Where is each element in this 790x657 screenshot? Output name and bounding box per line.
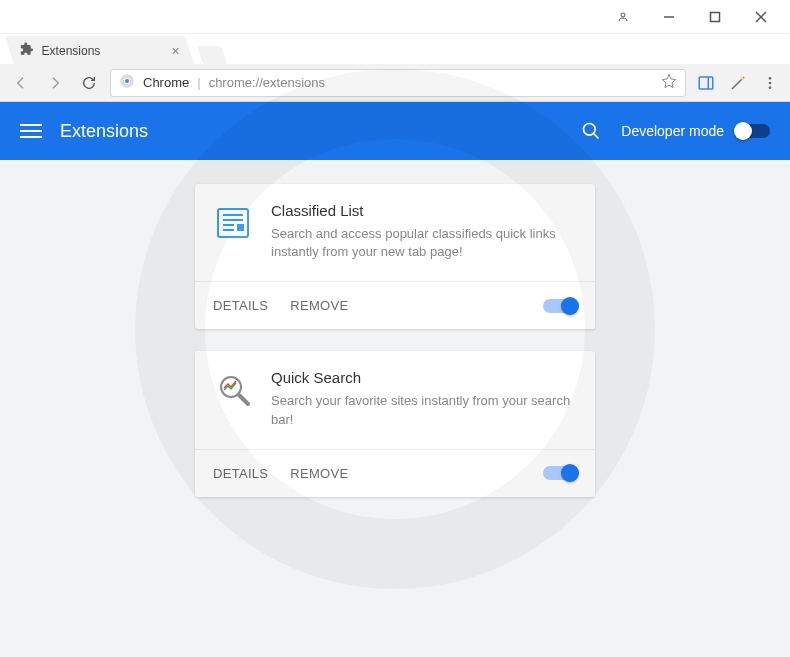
svg-rect-2: [711, 12, 720, 21]
details-button[interactable]: DETAILS: [213, 298, 268, 313]
tab-title: Extensions: [41, 43, 100, 57]
bookmark-star-icon[interactable]: [661, 73, 677, 92]
extensions-header: Extensions Developer mode: [0, 102, 790, 160]
close-button[interactable]: [738, 2, 784, 32]
svg-line-15: [594, 134, 599, 139]
forward-button[interactable]: [42, 70, 68, 96]
browser-toolbar: Chrome | chrome://extensions: [0, 64, 790, 102]
svg-rect-21: [237, 224, 244, 231]
svg-point-11: [769, 77, 772, 80]
search-icon[interactable]: [581, 121, 601, 141]
svg-point-12: [769, 81, 772, 84]
extension-enable-toggle[interactable]: [543, 466, 577, 480]
minimize-button[interactable]: [646, 2, 692, 32]
hamburger-icon[interactable]: [20, 120, 42, 142]
svg-point-14: [584, 124, 596, 136]
svg-line-23: [239, 395, 248, 404]
svg-rect-8: [699, 77, 713, 89]
developer-mode-label: Developer mode: [621, 123, 724, 139]
address-bar[interactable]: Chrome | chrome://extensions: [110, 69, 686, 97]
developer-mode-toggle[interactable]: [736, 124, 770, 138]
extension-name: Classified List: [271, 202, 577, 219]
extension-card: Classified List Search and access popula…: [195, 184, 595, 329]
page-title: Extensions: [60, 121, 148, 142]
omnibox-origin: Chrome: [143, 75, 189, 90]
browser-tab[interactable]: Extensions ×: [5, 36, 194, 64]
extension-description: Search and access popular classifieds qu…: [271, 225, 577, 261]
account-icon[interactable]: [600, 2, 646, 32]
svg-point-13: [769, 86, 772, 89]
details-button[interactable]: DETAILS: [213, 466, 268, 481]
remove-button[interactable]: REMOVE: [290, 298, 348, 313]
newspaper-icon: [213, 202, 255, 244]
svg-point-0: [621, 13, 625, 17]
svg-point-7: [125, 79, 129, 83]
extensions-content: Classified List Search and access popula…: [0, 160, 790, 657]
extension-enable-toggle[interactable]: [543, 299, 577, 313]
panel-icon[interactable]: [694, 71, 718, 95]
new-tab-button[interactable]: [197, 46, 227, 64]
omnibox-url: chrome://extensions: [209, 75, 325, 90]
magnifier-icon: [213, 369, 255, 411]
window-titlebar: [0, 0, 790, 34]
extension-name: Quick Search: [271, 369, 577, 386]
maximize-button[interactable]: [692, 2, 738, 32]
back-button[interactable]: [8, 70, 34, 96]
chrome-icon: [119, 73, 135, 92]
tab-close-icon[interactable]: ×: [171, 43, 179, 57]
extension-description: Search your favorite sites instantly fro…: [271, 392, 577, 428]
remove-button[interactable]: REMOVE: [290, 466, 348, 481]
reload-button[interactable]: [76, 70, 102, 96]
extension-action-icon[interactable]: [726, 71, 750, 95]
tab-strip: Extensions ×: [0, 34, 790, 64]
svg-point-10: [741, 77, 744, 80]
svg-rect-16: [218, 209, 248, 237]
extension-card: Quick Search Search your favorite sites …: [195, 351, 595, 496]
menu-icon[interactable]: [758, 71, 782, 95]
puzzle-icon: [19, 42, 33, 59]
